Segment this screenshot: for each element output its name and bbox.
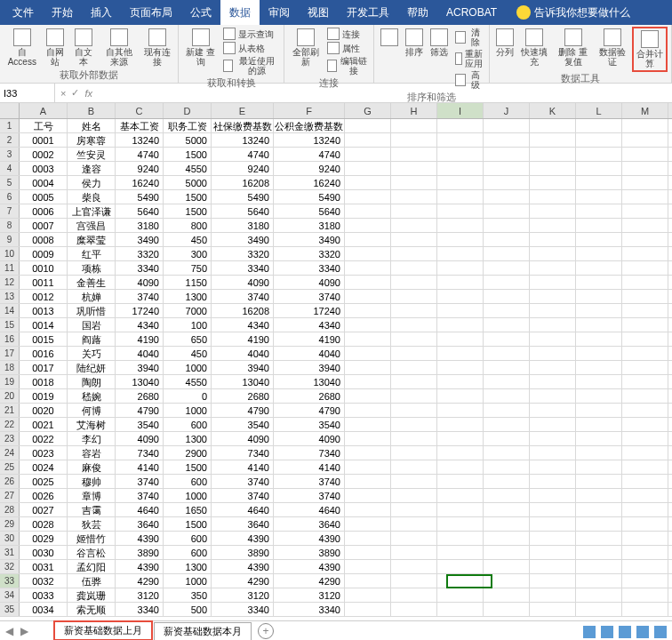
empty-cell[interactable]	[437, 318, 484, 332]
empty-cell[interactable]	[345, 361, 391, 374]
empty-cell[interactable]	[391, 404, 437, 417]
empty-cell[interactable]	[345, 148, 391, 161]
data-cell[interactable]: 4140	[274, 460, 345, 474]
empty-cell[interactable]	[437, 418, 484, 431]
empty-cell[interactable]	[345, 318, 391, 332]
empty-cell[interactable]	[622, 162, 668, 175]
empty-cell[interactable]	[530, 489, 576, 502]
empty-cell[interactable]	[622, 190, 668, 204]
empty-cell[interactable]	[391, 119, 437, 132]
reapply-button[interactable]: 重新应用	[452, 48, 485, 69]
data-cell[interactable]: 0020	[20, 404, 68, 417]
empty-cell[interactable]	[391, 517, 437, 531]
empty-cell[interactable]	[345, 460, 391, 474]
empty-cell[interactable]	[391, 603, 437, 616]
empty-cell[interactable]	[484, 176, 530, 189]
empty-cell[interactable]	[437, 304, 484, 317]
row-header[interactable]: 10	[0, 247, 20, 260]
col-header-D[interactable]: D	[164, 103, 212, 118]
empty-cell[interactable]	[345, 190, 391, 204]
data-cell[interactable]: 吉霭	[68, 503, 116, 516]
data-cell[interactable]: 13040	[274, 375, 345, 388]
data-cell[interactable]: 5490	[116, 190, 164, 204]
sort-az-button[interactable]	[378, 27, 401, 48]
empty-cell[interactable]	[622, 276, 668, 289]
column-title[interactable]: 公积金缴费基数	[274, 119, 345, 132]
empty-cell[interactable]	[391, 546, 437, 559]
data-cell[interactable]: 5000	[164, 133, 212, 147]
empty-cell[interactable]	[530, 176, 576, 189]
empty-cell[interactable]	[576, 318, 622, 332]
empty-cell[interactable]	[437, 460, 484, 474]
data-cell[interactable]: 3640	[116, 517, 164, 531]
data-cell[interactable]: 麻俊	[68, 460, 116, 474]
data-cell[interactable]: 4390	[274, 560, 345, 573]
row-header[interactable]: 20	[0, 389, 20, 403]
empty-cell[interactable]	[484, 517, 530, 531]
row-header[interactable]: 2	[0, 133, 20, 147]
empty-cell[interactable]	[576, 503, 622, 516]
data-cell[interactable]: 13240	[212, 133, 274, 147]
ribbon-btn[interactable]: 自 Access	[4, 27, 41, 68]
empty-cell[interactable]	[484, 404, 530, 417]
ribbon-btn[interactable]: 分列	[493, 27, 516, 59]
column-title[interactable]: 姓名	[68, 119, 116, 132]
empty-cell[interactable]	[622, 489, 668, 502]
data-cell[interactable]: 0033	[20, 588, 68, 602]
data-cell[interactable]: 陆纪妍	[68, 361, 116, 374]
empty-cell[interactable]	[576, 517, 622, 531]
data-cell[interactable]: 0011	[20, 276, 68, 289]
empty-cell[interactable]	[391, 432, 437, 445]
row-header[interactable]: 26	[0, 475, 20, 488]
data-cell[interactable]: 3320	[116, 247, 164, 260]
empty-cell[interactable]	[437, 347, 484, 360]
data-cell[interactable]: 3540	[116, 418, 164, 431]
data-cell[interactable]: 4140	[116, 460, 164, 474]
data-cell[interactable]: 9240	[274, 162, 345, 175]
empty-cell[interactable]	[345, 304, 391, 317]
empty-cell[interactable]	[622, 460, 668, 474]
data-cell[interactable]: 容岩	[68, 446, 116, 460]
data-cell[interactable]: 逢容	[68, 162, 116, 175]
empty-cell[interactable]	[484, 588, 530, 602]
empty-cell[interactable]	[530, 219, 576, 232]
empty-cell[interactable]	[345, 276, 391, 289]
data-cell[interactable]: 巩听惜	[68, 304, 116, 317]
empty-cell[interactable]	[576, 162, 622, 175]
empty-cell[interactable]	[576, 261, 622, 275]
row-header[interactable]: 5	[0, 176, 20, 189]
row-header[interactable]: 7	[0, 204, 20, 218]
data-cell[interactable]: 2900	[164, 446, 212, 460]
data-cell[interactable]: 1300	[164, 290, 212, 303]
data-cell[interactable]: 4340	[116, 318, 164, 332]
empty-cell[interactable]	[484, 162, 530, 175]
empty-cell[interactable]	[576, 418, 622, 431]
data-cell[interactable]: 4740	[274, 148, 345, 161]
data-cell[interactable]: 章博	[68, 489, 116, 502]
row-header[interactable]: 6	[0, 190, 20, 204]
data-cell[interactable]: 16208	[212, 304, 274, 317]
empty-cell[interactable]	[391, 190, 437, 204]
row-header[interactable]: 28	[0, 503, 20, 516]
empty-cell[interactable]	[576, 404, 622, 417]
row-header[interactable]: 4	[0, 162, 20, 175]
empty-cell[interactable]	[391, 219, 437, 232]
empty-cell[interactable]	[484, 389, 530, 403]
empty-cell[interactable]	[391, 503, 437, 516]
empty-cell[interactable]	[530, 546, 576, 559]
data-cell[interactable]: 3890	[116, 546, 164, 559]
data-cell[interactable]: 0	[164, 389, 212, 403]
data-cell[interactable]: 3180	[116, 219, 164, 232]
data-cell[interactable]: 13040	[212, 375, 274, 388]
empty-cell[interactable]	[484, 204, 530, 218]
empty-cell[interactable]	[576, 361, 622, 374]
data-cell[interactable]: 3540	[274, 418, 345, 431]
data-cell[interactable]: 侯力	[68, 176, 116, 189]
row-header[interactable]: 25	[0, 460, 20, 474]
data-cell[interactable]: 4040	[212, 347, 274, 360]
row-header[interactable]: 29	[0, 517, 20, 531]
empty-cell[interactable]	[345, 418, 391, 431]
empty-cell[interactable]	[622, 418, 668, 431]
data-cell[interactable]: 李幻	[68, 432, 116, 445]
empty-cell[interactable]	[391, 247, 437, 260]
